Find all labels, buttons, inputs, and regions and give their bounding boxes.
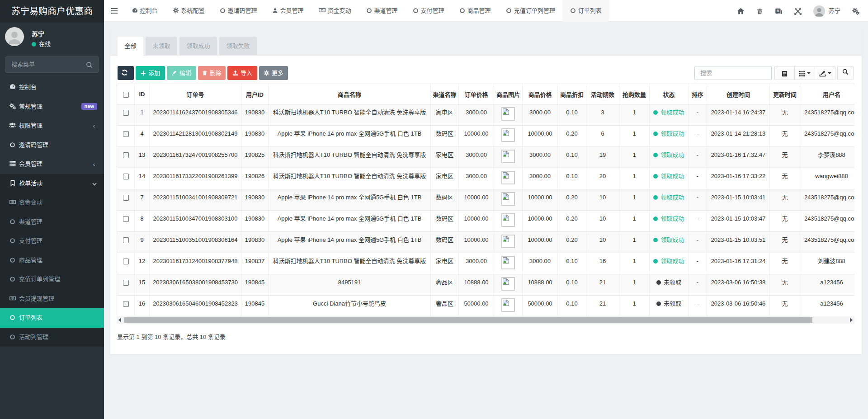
svg-text:A: A [777, 9, 780, 13]
